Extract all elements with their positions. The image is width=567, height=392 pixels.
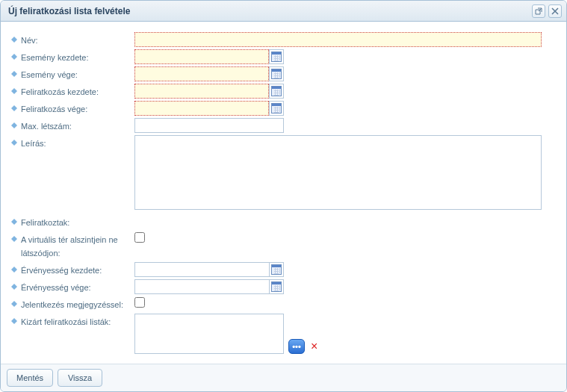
label-event-end: Esemény vége: [21,68,78,81]
label-excluded-lists: Kizárt feliratkozási listák: [21,315,111,329]
dialog-footer: Mentés Vissza [1,364,566,391]
row-excluded-lists: Kizárt feliratkozási listák: ••• × [11,314,556,354]
bullet-icon [11,219,17,225]
label-hide-sublevels: A virtuális tér alszintjein ne látszódjo… [21,233,134,260]
event-end-input[interactable] [134,66,269,81]
calendar-icon [271,52,282,62]
max-count-input[interactable] [134,118,284,133]
save-button[interactable]: Mentés [7,369,53,387]
bullet-icon [11,37,17,43]
ellipsis-icon: ••• [292,343,301,351]
validity-start-datepicker [134,262,284,277]
row-subscribed: Feliratkoztak: [11,214,556,229]
label-apply-with-comment: Jelentkezés megjegyzéssel: [21,298,123,311]
validity-end-datepicker [134,279,284,294]
signup-end-datepicker [134,101,284,116]
row-max-count: Max. létszám: [11,118,556,133]
signup-start-calendar-button[interactable] [269,84,284,99]
event-end-datepicker [134,66,284,81]
calendar-icon [271,281,282,292]
bullet-icon [11,301,17,307]
signup-start-input[interactable] [134,84,269,99]
bullet-icon [11,88,17,94]
validity-end-calendar-button[interactable] [269,279,284,294]
apply-with-comment-checkbox[interactable] [134,297,145,308]
label-event-start: Esemény kezdete: [21,51,89,64]
bullet-icon [11,122,17,128]
remove-lists-button[interactable]: × [311,339,317,354]
row-event-start: Esemény kezdete: [11,49,556,64]
event-start-datepicker [134,49,284,64]
event-start-input[interactable] [134,49,269,64]
calendar-icon [271,103,282,113]
label-max-count: Max. létszám: [21,119,72,133]
bullet-icon [11,267,17,273]
calendar-icon [271,86,282,96]
label-validity-start: Érvényesség kezdete: [21,264,102,277]
row-validity-start: Érvényesség kezdete: [11,262,556,277]
close-button[interactable] [548,4,562,18]
popout-button[interactable] [532,4,545,18]
bullet-icon [11,318,17,324]
hide-sublevels-checkbox[interactable] [134,232,145,243]
dialog-body: Név: Esemény kezdete: Esemény vége: [1,22,566,364]
label-name: Név: [21,34,38,47]
validity-start-calendar-button[interactable] [269,262,284,277]
validity-start-input[interactable] [134,262,269,277]
row-signup-start: Feliratkozás kezdete: [11,84,556,99]
row-signup-end: Feliratkozás vége: [11,101,556,116]
row-event-end: Esemény vége: [11,66,556,81]
signup-end-input[interactable] [134,101,269,116]
bullet-icon [11,284,17,290]
row-apply-with-comment: Jelentkezés megjegyzéssel: [11,296,556,311]
label-signup-start: Feliratkozás kezdete: [21,85,99,99]
label-subscribed: Feliratkoztak: [21,216,69,229]
excluded-lists-box[interactable] [134,314,284,354]
close-icon [551,7,559,15]
calendar-icon [271,69,282,79]
dialog-header: Új feliratkozási lista felvétele [1,1,566,22]
signup-list-dialog: Új feliratkozási lista felvétele Név: Es… [0,0,567,392]
label-description: Leírás: [21,137,46,150]
row-validity-end: Érvényesség vége: [11,279,556,294]
bullet-icon [11,140,17,146]
dialog-title: Új feliratkozási lista felvétele [8,6,532,16]
select-lists-button[interactable]: ••• [288,339,305,354]
label-signup-end: Feliratkozás vége: [21,102,87,116]
bullet-icon [11,105,17,111]
calendar-icon [271,264,282,275]
label-validity-end: Érvényesség vége: [21,281,91,294]
row-name: Név: [11,32,556,47]
row-description: Leírás: [11,135,556,210]
event-start-calendar-button[interactable] [269,49,284,64]
bullet-icon [11,54,17,60]
bullet-icon [11,71,17,77]
event-end-calendar-button[interactable] [269,66,284,81]
bullet-icon [11,236,17,242]
signup-start-datepicker [134,84,284,99]
row-hide-sublevels: A virtuális tér alszintjein ne látszódjo… [11,231,556,260]
popout-icon [535,7,542,15]
name-input[interactable] [134,32,542,47]
dialog-header-actions [532,4,562,18]
signup-end-calendar-button[interactable] [269,101,284,116]
validity-end-input[interactable] [134,279,269,294]
description-textarea[interactable] [134,135,542,210]
back-button[interactable]: Vissza [58,369,102,387]
